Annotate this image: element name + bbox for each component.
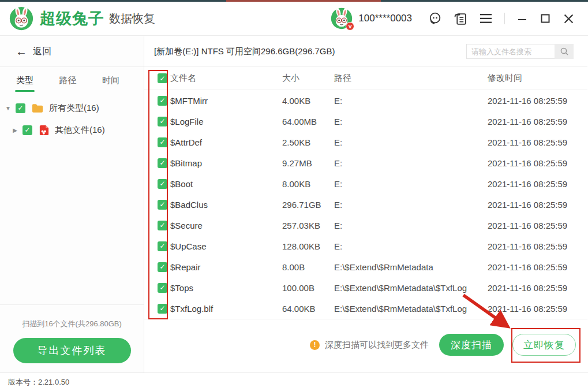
back-button[interactable]: ← 返回 — [0, 36, 144, 67]
volume-toolbar: [新加卷(E:)] NTFS 可用空间296.6GB(296.7GB) — [144, 36, 587, 67]
window-top-edge — [0, 0, 588, 2]
search-icon — [560, 47, 569, 56]
close-button[interactable] — [561, 11, 576, 26]
file-name: $AttrDef — [170, 137, 282, 147]
row-checkbox[interactable]: ✓ — [158, 221, 167, 230]
minimize-button[interactable] — [515, 11, 530, 26]
tree-item-all-types[interactable]: ▼ ✓ 所有类型(16) — [0, 97, 144, 119]
warning-icon: ! — [310, 340, 320, 350]
table-row[interactable]: ✓ $Secure 257.03KB E: 2021-11-16 08:25:5… — [144, 215, 587, 236]
file-modified: 2021-11-16 08:25:59 — [488, 117, 587, 126]
version-number: 2.21.0.50 — [38, 378, 69, 386]
folder-icon — [32, 103, 44, 113]
table-row[interactable]: ✓ $TxfLog.blf 64.00KB E:\$Extend\$RmMeta… — [144, 298, 587, 319]
tab-path[interactable]: 路径 — [59, 67, 77, 94]
table-row[interactable]: ✓ $Boot 8.00KB E: 2021-11-16 08:25:59 — [144, 173, 587, 194]
file-table: ✓ $MFTMirr 4.00KB E: 2021-11-16 08:25:59… — [144, 90, 587, 319]
back-arrow-icon: ← — [16, 46, 27, 57]
deep-scan-hint: 深度扫描可以找到更多文件 — [325, 340, 429, 351]
file-modified: 2021-11-16 08:25:59 — [488, 179, 587, 189]
file-modified: 2021-11-16 08:25:59 — [488, 283, 587, 293]
maximize-button[interactable] — [538, 11, 553, 26]
file-modified: 2021-11-16 08:25:59 — [488, 137, 587, 147]
row-checkbox[interactable]: ✓ — [158, 158, 167, 168]
table-row[interactable]: ✓ $LogFile 64.00MB E: 2021-11-16 08:25:5… — [144, 111, 587, 132]
table-row[interactable]: ✓ $Repair 8.00B E:\$Extend\$RmMetadata 2… — [144, 256, 587, 277]
tree-checkbox[interactable]: ✓ — [23, 125, 32, 135]
file-size: 4.00KB — [282, 96, 334, 106]
recover-now-button[interactable]: 立即恢复 — [512, 334, 576, 356]
table-row[interactable]: ✓ $Bitmap 9.27MB E: 2021-11-16 08:25:59 — [144, 152, 587, 173]
table-row[interactable]: ✓ $BadClus 296.71GB E: 2021-11-16 08:25:… — [144, 194, 587, 215]
search-button[interactable] — [555, 44, 574, 59]
expand-expander-icon[interactable]: ▶ — [11, 127, 19, 133]
file-path: E: — [334, 96, 488, 106]
top-edge-red-artifact — [226, 0, 381, 2]
header-file-path: 路径 — [334, 73, 488, 84]
file-modified: 2021-11-16 08:25:59 — [488, 200, 587, 210]
tab-time[interactable]: 时间 — [102, 67, 119, 94]
product-name: 数据恢复 — [109, 11, 155, 27]
file-size: 64.00KB — [282, 304, 334, 314]
table-row[interactable]: ✓ $MFTMirr 4.00KB E: 2021-11-16 08:25:59 — [144, 90, 587, 111]
select-all-checkbox[interactable]: ✓ — [158, 73, 167, 83]
row-checkbox[interactable]: ✓ — [158, 200, 167, 210]
file-name: $TxfLog.blf — [170, 304, 282, 314]
file-size: 8.00B — [282, 262, 334, 272]
table-row[interactable]: ✓ $AttrDef 2.50KB E: 2021-11-16 08:25:59 — [144, 132, 587, 152]
file-modified: 2021-11-16 08:25:59 — [488, 221, 587, 230]
collapse-expander-icon[interactable]: ▼ — [4, 105, 12, 111]
row-checkbox[interactable]: ✓ — [158, 137, 167, 147]
file-size: 128.00KB — [282, 241, 334, 251]
row-checkbox[interactable]: ✓ — [158, 283, 167, 293]
row-checkbox[interactable]: ✓ — [158, 241, 167, 251]
customer-service-icon[interactable] — [428, 11, 443, 26]
back-label: 返回 — [33, 46, 51, 58]
header-file-size: 大小 — [282, 73, 334, 84]
vip-badge: V — [346, 22, 354, 31]
row-checkbox[interactable]: ✓ — [158, 96, 167, 106]
deep-scan-button[interactable]: 深度扫描 — [439, 334, 504, 356]
file-path: E: — [334, 158, 488, 168]
table-header: ✓ 文件名 大小 路径 修改时间 — [144, 67, 587, 90]
file-path: E: — [334, 241, 488, 251]
tree-checkbox[interactable]: ✓ — [16, 103, 25, 113]
table-row[interactable]: ✓ $UpCase 128.00KB E: 2021-11-16 08:25:5… — [144, 236, 587, 256]
title-bar: 超级兔子 数据恢复 V 100****0003 — [0, 2, 588, 36]
row-checkbox[interactable]: ✓ — [158, 262, 167, 272]
titlebar-divider — [504, 13, 505, 24]
tab-type-label: 类型 — [16, 75, 33, 86]
other-files-icon — [39, 125, 50, 136]
version-bar: 版本号： 2.21.0.50 — [0, 373, 588, 391]
user-avatar[interactable]: V — [331, 8, 353, 29]
file-name: $UpCase — [170, 241, 282, 251]
export-file-list-button[interactable]: 导出文件列表 — [13, 338, 131, 363]
tab-type[interactable]: 类型 — [16, 67, 33, 94]
file-name: $Bitmap — [170, 158, 282, 168]
file-path: E: — [334, 179, 488, 189]
file-path: E:\$Extend\$RmMetadata\$TxfLog — [334, 304, 488, 314]
account-id[interactable]: 100****0003 — [358, 13, 412, 24]
tab-path-label: 路径 — [59, 75, 77, 86]
table-row[interactable]: ✓ $Tops 100.00B E:\$Extend\$RmMetadata\$… — [144, 277, 587, 298]
file-name: $Repair — [170, 262, 282, 272]
file-path: E:\$Extend\$RmMetadata — [334, 262, 488, 272]
tree-item-other-files[interactable]: ▶ ✓ 其他文件(16) — [0, 119, 144, 141]
file-size: 100.00B — [282, 283, 334, 293]
row-checkbox[interactable]: ✓ — [158, 117, 167, 126]
menu-icon[interactable] — [478, 11, 493, 26]
feedback-icon[interactable] — [453, 11, 468, 26]
search-input[interactable] — [466, 44, 555, 59]
main-pane: [新加卷(E:)] NTFS 可用空间296.6GB(296.7GB) ✓ 文件… — [144, 36, 587, 373]
header-modified-time: 修改时间 — [488, 73, 587, 84]
row-checkbox[interactable]: ✓ — [158, 179, 167, 189]
file-path: E: — [334, 221, 488, 230]
app-window: 超级兔子 数据恢复 V 100****0003 — [0, 0, 588, 391]
action-bar: ! 深度扫描可以找到更多文件 深度扫描 立即恢复 — [144, 319, 587, 370]
file-modified: 2021-11-16 08:25:59 — [488, 158, 587, 168]
tree-item-label: 其他文件(16) — [55, 125, 105, 136]
file-size: 2.50KB — [282, 137, 334, 147]
file-modified: 2021-11-16 08:25:59 — [488, 262, 587, 272]
file-size: 8.00KB — [282, 179, 334, 189]
row-checkbox[interactable]: ✓ — [158, 304, 167, 314]
